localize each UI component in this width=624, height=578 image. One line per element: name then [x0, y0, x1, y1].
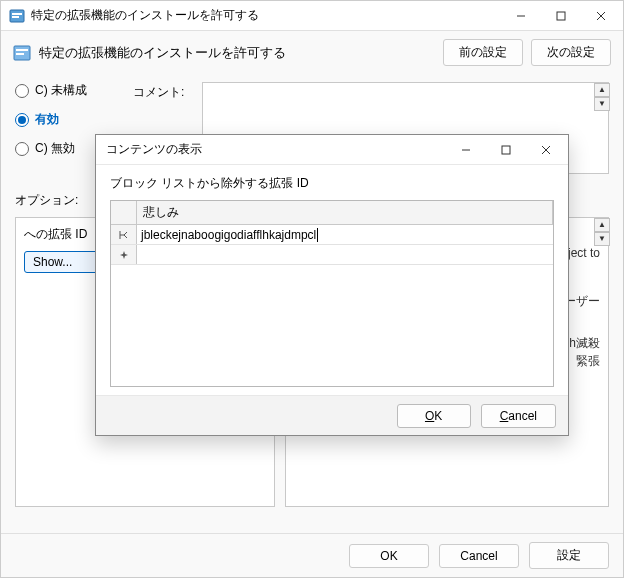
policy-icon — [9, 8, 25, 24]
grid-cell-value[interactable]: jbleckejnaboogigodiafflhkajdmpcl — [137, 225, 553, 244]
radio-label: C) 無効 — [35, 140, 75, 157]
comment-label: コメント: — [133, 84, 184, 101]
value-grid[interactable]: 悲しみ jbleckejnaboogigodiafflhkajdmpcl — [110, 200, 554, 387]
dialog-maximize-button[interactable] — [488, 138, 524, 162]
svg-rect-4 — [557, 12, 565, 20]
radio-enabled[interactable]: 有効 — [15, 111, 115, 128]
svg-rect-9 — [16, 53, 24, 55]
help-text: 緊張 — [576, 354, 600, 368]
close-button[interactable] — [583, 4, 619, 28]
ext-ids-label: への拡張 ID — [24, 226, 87, 243]
scroll-up-button[interactable]: ▲ — [594, 218, 610, 232]
settings-button[interactable]: 設定 — [529, 542, 609, 569]
window-title: 特定の拡張機能のインストールを許可する — [31, 7, 503, 24]
row-selector-header — [111, 201, 137, 224]
svg-rect-11 — [502, 146, 510, 154]
cancel-button[interactable]: Cancel — [439, 544, 519, 568]
main-titlebar: 特定の拡張機能のインストールを許可する — [1, 1, 623, 31]
dialog-cancel-button[interactable]: Cancel — [481, 404, 556, 428]
svg-rect-1 — [12, 13, 22, 15]
column-header[interactable]: 悲しみ — [137, 201, 553, 224]
scroll-up-button[interactable]: ▲ — [594, 83, 610, 97]
dialog-title: コンテンツの表示 — [106, 141, 448, 158]
radio-label: C) 未構成 — [35, 82, 87, 99]
row-indicator-new[interactable] — [111, 245, 137, 264]
dialog-close-button[interactable] — [528, 138, 564, 162]
scroll-down-button[interactable]: ▼ — [594, 232, 610, 246]
next-setting-button[interactable]: 次の設定 — [531, 39, 611, 66]
ok-button[interactable]: OK — [349, 544, 429, 568]
svg-rect-2 — [12, 16, 19, 18]
svg-rect-8 — [16, 49, 28, 51]
minimize-button[interactable] — [503, 4, 539, 28]
prev-setting-button[interactable]: 前の設定 — [443, 39, 523, 66]
radio-label: 有効 — [35, 111, 59, 128]
grid-cell-empty[interactable] — [137, 245, 553, 264]
radio-not-configured[interactable]: C) 未構成 — [15, 82, 115, 99]
maximize-button[interactable] — [543, 4, 579, 28]
dialog-subtitle: ブロック リストから除外する拡張 ID — [110, 175, 554, 192]
content-dialog: コンテンツの表示 ブロック リストから除外する拡張 ID 悲しみ jblecke… — [95, 134, 569, 436]
cell-text: jbleckejnaboogigodiafflhkajdmpcl — [141, 228, 316, 242]
page-title: 特定の拡張機能のインストールを許可する — [39, 44, 435, 62]
dialog-ok-button[interactable]: OK — [397, 404, 471, 428]
row-indicator-current[interactable] — [111, 225, 137, 244]
dialog-minimize-button[interactable] — [448, 138, 484, 162]
scroll-down-button[interactable]: ▼ — [594, 97, 610, 111]
policy-icon — [13, 44, 31, 62]
